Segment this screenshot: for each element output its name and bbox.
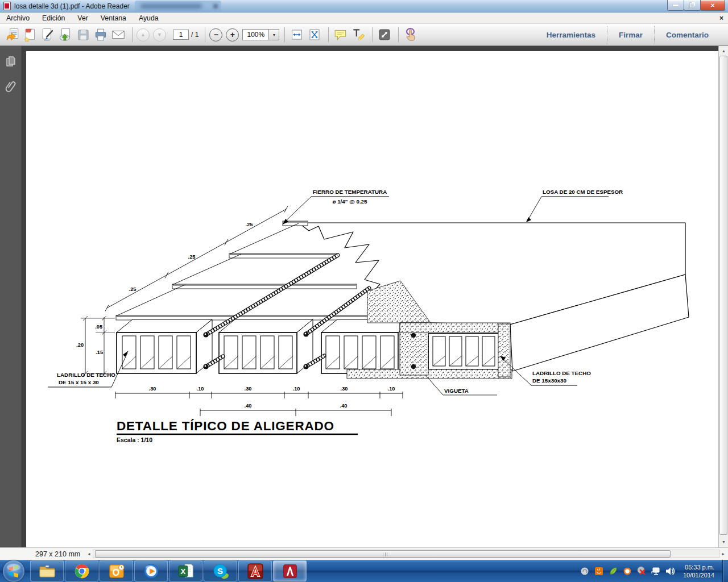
hidden-icons-button[interactable] <box>579 566 590 577</box>
taskbar-clock[interactable]: 05:33 p.m. 10/01/2014 <box>683 563 714 579</box>
highlight-text-button[interactable] <box>350 27 366 43</box>
taskbar-adobe-reader-button[interactable] <box>273 560 307 581</box>
firmar-button[interactable]: Firmar <box>607 31 654 39</box>
next-page-button[interactable]: ▼ <box>153 28 166 41</box>
fit-width-button[interactable] <box>289 27 305 43</box>
save-button[interactable] <box>75 27 91 43</box>
concrete-top-band <box>400 323 510 332</box>
error-status-tray-icon[interactable] <box>636 566 647 577</box>
page-number-input[interactable] <box>173 30 189 40</box>
vertical-scroll-thumb[interactable] <box>719 56 727 535</box>
navigation-sidebar <box>0 46 22 547</box>
java-tray-icon[interactable] <box>593 566 605 577</box>
cloud-upload-icon <box>58 27 73 42</box>
arrow-down-icon: ▼ <box>157 32 162 38</box>
title-bar[interactable]: losa detalle 3d (1).pdf - Adobe Reader × <box>0 0 728 13</box>
sign-icon <box>40 27 55 42</box>
taskbar-skype-button[interactable]: S <box>204 560 237 581</box>
open-button[interactable] <box>5 27 20 43</box>
touch-mode-button[interactable] <box>403 27 419 43</box>
show-desktop-button[interactable] <box>722 560 728 582</box>
fit-page-button[interactable] <box>307 27 322 43</box>
send-file-button[interactable] <box>57 27 73 43</box>
hand-pointer-icon <box>403 27 418 42</box>
menu-ventana[interactable]: Ventana <box>94 13 133 23</box>
page-size-label: 297 x 210 mm <box>35 550 80 558</box>
diagonal-dimension <box>105 206 288 311</box>
zoom-level-value[interactable]: 100% <box>242 29 269 40</box>
volume-tray-icon[interactable] <box>664 566 676 577</box>
ring-tray-icon[interactable] <box>622 566 633 577</box>
menu-ver[interactable]: Ver <box>71 13 94 23</box>
skype-icon: S <box>212 563 229 580</box>
ladrillo-left-line2: DE 15 x 15 x 30 <box>59 379 99 385</box>
scroll-up-button[interactable]: ▲ <box>719 46 728 55</box>
taskbar-autocad-button[interactable] <box>238 560 272 581</box>
network-tray-icon[interactable] <box>650 566 661 577</box>
attachments-button[interactable] <box>0 77 22 96</box>
email-icon <box>110 27 126 42</box>
windows-explorer-icon <box>38 563 56 580</box>
scroll-right-button[interactable]: ► <box>719 550 727 558</box>
hidden-icons-icon <box>580 567 589 576</box>
svg-text:O: O <box>112 567 119 577</box>
horizontal-scroll-thumb[interactable] <box>95 550 671 558</box>
close-icon: × <box>710 1 715 10</box>
toolbar-separator <box>132 27 133 42</box>
pdf-page[interactable]: .25 .25 .25 .20 .05 .15 <box>26 51 718 547</box>
comentario-button[interactable]: Comentario <box>655 31 720 39</box>
taskbar-explorer-button[interactable] <box>30 560 64 581</box>
open-icon <box>5 27 20 42</box>
toolbar-separator <box>205 27 205 42</box>
menubar-close-icon[interactable]: × <box>719 14 723 22</box>
fullscreen-button[interactable] <box>377 27 392 43</box>
taskbar-outlook-button[interactable]: O <box>100 560 133 581</box>
zoom-dropdown-button[interactable]: ▼ <box>269 29 279 40</box>
menu-edicion[interactable]: Edición <box>36 13 71 23</box>
comment-bubble-icon <box>333 27 348 42</box>
error-x-icon <box>636 566 647 576</box>
horizontal-scrollbar[interactable]: ◄ ► <box>85 549 727 559</box>
horizontal-scroll-track[interactable] <box>93 550 719 558</box>
zoom-out-button[interactable]: − <box>209 28 222 41</box>
page-thumbnails-button[interactable] <box>0 52 22 71</box>
start-button[interactable] <box>3 560 24 582</box>
concrete-right-band <box>498 324 510 377</box>
vertical-scrollbar[interactable]: ▲ ▼ <box>718 46 728 547</box>
zoom-in-button[interactable]: + <box>226 28 239 41</box>
fierro-label-line1: FIERRO DE TEMPERATURA <box>313 189 387 195</box>
restore-button[interactable] <box>684 0 701 11</box>
menu-ayuda[interactable]: Ayuda <box>133 13 165 23</box>
fierro-label-line2: ø 1/4" @ 0.25 <box>332 198 367 205</box>
previous-page-button[interactable]: ▲ <box>136 28 150 41</box>
leaf-tray-icon[interactable] <box>607 566 619 577</box>
scroll-down-button[interactable]: ▼ <box>719 537 728 546</box>
taskbar-chrome-button[interactable] <box>65 560 98 581</box>
email-button[interactable] <box>110 27 126 43</box>
herramientas-button[interactable]: Herramientas <box>535 31 607 39</box>
toolbar-separator <box>398 27 399 42</box>
taskbar-excel-button[interactable]: X <box>169 560 202 581</box>
speaker-icon <box>665 566 675 576</box>
fit-page-icon <box>308 28 321 41</box>
minimize-button[interactable] <box>667 0 684 11</box>
sign-document-button[interactable] <box>40 27 56 43</box>
dim-10-3: .10 <box>388 386 395 392</box>
print-button[interactable] <box>93 27 109 43</box>
scroll-left-button[interactable]: ◄ <box>85 550 93 558</box>
document-area: .25 .25 .25 .20 .05 .15 <box>0 46 728 547</box>
close-button[interactable]: × <box>700 0 725 11</box>
toolbar-separator <box>328 27 329 42</box>
comment-button[interactable] <box>333 27 349 43</box>
chevron-down-icon: ▼ <box>272 33 276 37</box>
create-pdf-button[interactable] <box>22 27 38 43</box>
taskbar: O X S <box>0 560 728 582</box>
callout-fierro: FIERRO DE TEMPERATURA ø 1/4" @ 0.25 <box>283 189 389 225</box>
window-title: losa detalle 3d (1).pdf - Adobe Reader <box>14 2 130 10</box>
create-pdf-icon <box>23 27 38 42</box>
menu-archivo[interactable]: Archivo <box>0 13 36 23</box>
zoom-level-combo[interactable]: 100% ▼ <box>242 29 279 40</box>
taskbar-mediaplayer-button[interactable] <box>134 560 168 581</box>
dim-40-2: .40 <box>340 403 348 409</box>
brick-group-1 <box>117 319 212 373</box>
